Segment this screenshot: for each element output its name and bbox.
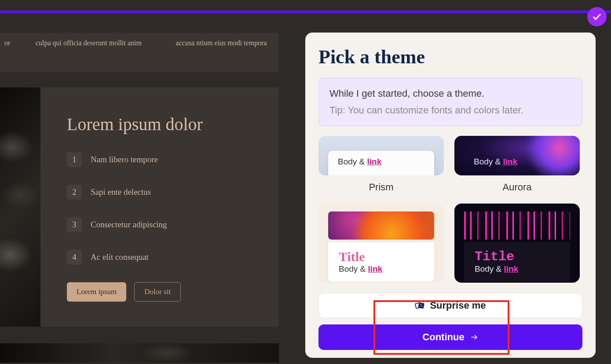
list-text: Nam libero tempore xyxy=(91,155,158,164)
list-text: Consectetur adipiscing xyxy=(91,220,167,229)
list-num: 1 xyxy=(67,152,82,167)
preview-col-a: or xyxy=(0,37,14,68)
theme-picker-panel: Pick a theme While I get started, choose… xyxy=(305,33,596,358)
theme-thumb: Title Body & link xyxy=(318,204,444,283)
continue-label: Continue xyxy=(422,331,464,343)
theme-label: Aurora xyxy=(454,182,580,193)
theme-body-text: Body & link xyxy=(474,157,560,167)
theme-label: Prism xyxy=(318,182,444,193)
theme-title-text: Title xyxy=(339,249,424,264)
panel-actions: Surprise me Continue xyxy=(318,293,582,350)
theme-body-text: Body & link xyxy=(475,264,560,274)
preview-col-c: accusa ntium eius modi tempora xyxy=(164,37,279,68)
continue-button[interactable]: Continue xyxy=(318,324,582,350)
list-item: 2 Sapi ente delectus xyxy=(67,185,252,200)
theme-title-text: Title xyxy=(475,249,560,264)
theme-art xyxy=(464,211,570,240)
list-item: 3 Consectetur adipiscing xyxy=(67,217,252,232)
surprise-me-label: Surprise me xyxy=(430,300,486,311)
list-num: 4 xyxy=(67,250,82,265)
preview-heading: Lorem ipsum dolor xyxy=(67,114,252,135)
preview-primary-button: Lorem ipsum xyxy=(67,282,126,302)
preview-col-b: culpa qui officia deserunt mollit anim xyxy=(31,37,146,68)
themes-scroll[interactable]: Body & link Prism Body & link xyxy=(318,136,582,286)
preview-top-strip: or culpa qui officia deserunt mollit ani… xyxy=(0,33,279,72)
theme-thumb: Title Body & link xyxy=(454,204,580,283)
theme-body-text: Body & link xyxy=(339,264,424,274)
preview-bottom-strip xyxy=(0,343,279,363)
preview-card-image xyxy=(0,87,40,327)
complete-badge xyxy=(587,7,607,26)
theme-body-text: Body & link xyxy=(338,157,424,167)
dice-icon xyxy=(415,301,424,310)
theme-card-neon[interactable]: Title Body & link xyxy=(454,204,580,283)
list-num: 2 xyxy=(67,185,82,200)
theme-card-flame[interactable]: Title Body & link xyxy=(318,204,444,283)
surprise-me-button[interactable]: Surprise me xyxy=(318,293,582,318)
arrow-right-icon xyxy=(470,333,479,342)
panel-title: Pick a theme xyxy=(318,46,582,68)
list-text: Sapi ente delectus xyxy=(91,187,151,197)
svg-rect-1 xyxy=(419,303,424,308)
svg-point-2 xyxy=(421,304,421,305)
preview-card-row: Lorem ipsum dolor 1 Nam libero tempore 2… xyxy=(0,87,279,327)
preview-secondary-button: Dolor sit xyxy=(134,282,181,302)
list-text: Ac elit consequat xyxy=(91,252,149,262)
theme-thumb: Body & link xyxy=(454,136,580,175)
theme-preview: or culpa qui officia deserunt mollit ani… xyxy=(0,33,279,363)
tip-line2: Tip: You can customize fonts and colors … xyxy=(329,105,571,116)
theme-card-aurora[interactable]: Body & link Aurora xyxy=(454,136,580,193)
theme-thumb: Body & link xyxy=(318,136,444,175)
theme-art xyxy=(328,211,434,240)
tip-box: While I get started, choose a theme. Tip… xyxy=(318,78,582,126)
theme-link: link xyxy=(503,157,518,166)
preview-card: Lorem ipsum dolor 1 Nam libero tempore 2… xyxy=(40,87,279,327)
theme-link: link xyxy=(504,264,519,273)
tip-line1: While I get started, choose a theme. xyxy=(329,88,571,99)
svg-point-3 xyxy=(422,306,423,307)
theme-link: link xyxy=(367,157,382,166)
preview-list: 1 Nam libero tempore 2 Sapi ente delectu… xyxy=(67,152,252,265)
list-item: 4 Ac elit consequat xyxy=(67,250,252,265)
list-item: 1 Nam libero tempore xyxy=(67,152,252,167)
progress-bar xyxy=(0,11,611,13)
list-num: 3 xyxy=(67,217,82,232)
theme-link: link xyxy=(368,264,383,273)
check-icon xyxy=(592,11,602,22)
theme-card-prism[interactable]: Body & link Prism xyxy=(318,136,444,193)
